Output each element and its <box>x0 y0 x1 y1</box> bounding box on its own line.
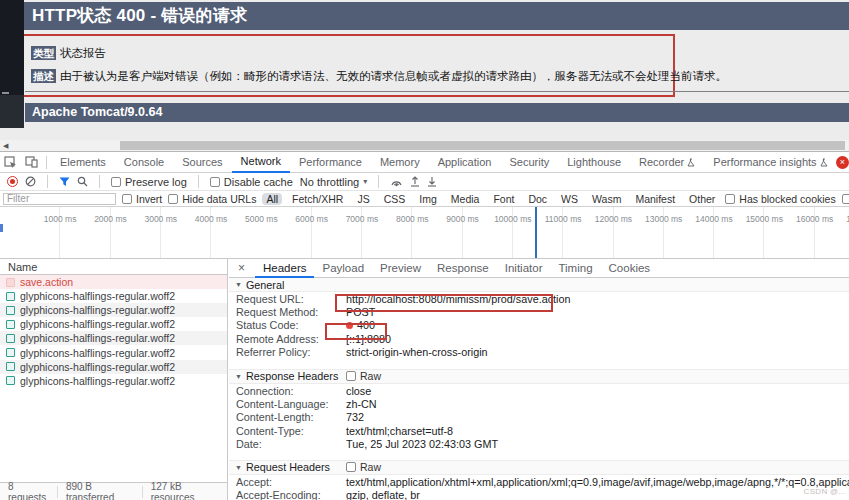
type-value: 状态报告 <box>60 47 106 59</box>
request-row-font[interactable]: glyphicons-halflings-regular.woff2 <box>0 331 227 345</box>
requests-panel: Name save.action glyphicons-halflings-re… <box>0 259 228 500</box>
blocked-requests-checkbox[interactable]: Blocked Requests <box>842 193 849 205</box>
tab-preview[interactable]: Preview <box>372 259 429 278</box>
section-response-headers[interactable]: ▼ Response Headers Raw <box>229 369 849 384</box>
network-overview-timeline[interactable]: 1000 ms 2000 ms 3000 ms 4000 ms 5000 ms … <box>0 207 849 259</box>
error-count-badge[interactable]: × <box>836 156 849 169</box>
timeline-tick: 2000 ms <box>85 207 135 258</box>
left-black-strip <box>0 0 24 128</box>
filter-type-js[interactable]: JS <box>353 193 373 205</box>
filter-type-css[interactable]: CSS <box>380 193 410 205</box>
request-row-font[interactable]: glyphicons-halflings-regular.woff2 <box>0 360 227 374</box>
requests-name-header[interactable]: Name <box>0 259 227 275</box>
tab-elements[interactable]: Elements <box>51 152 115 173</box>
filter-type-all[interactable]: All <box>262 193 282 205</box>
filter-type-ws[interactable]: WS <box>557 193 582 205</box>
tab-response[interactable]: Response <box>429 259 497 278</box>
transferred-size: 890 B transferred <box>58 481 142 500</box>
timeline-tick: 11000 ms <box>538 207 588 258</box>
timeline-tick: 12000 ms <box>588 207 638 258</box>
close-icon[interactable]: × <box>238 261 245 275</box>
preserve-log-checkbox[interactable]: Preserve log <box>111 176 187 188</box>
inspect-element-icon[interactable] <box>4 156 17 169</box>
filter-type-other[interactable]: Other <box>685 193 719 205</box>
scroll-left-icon[interactable]: ◀ <box>3 141 8 150</box>
font-file-icon <box>6 292 15 301</box>
header-row: Content-Type:text/html;charset=utf-8 <box>229 424 849 437</box>
tab-initiator[interactable]: Initiator <box>497 259 551 278</box>
filter-input[interactable] <box>3 193 116 205</box>
export-har-icon[interactable] <box>427 176 437 187</box>
raw-checkbox[interactable]: Raw <box>346 461 381 473</box>
tab-network[interactable]: Network <box>232 152 290 173</box>
timeline-tick: 6000 ms <box>286 207 336 258</box>
import-har-icon[interactable] <box>410 176 420 187</box>
tab-memory[interactable]: Memory <box>371 152 429 173</box>
experiment-flask-icon <box>820 158 828 167</box>
tab-headers[interactable]: Headers <box>255 259 314 278</box>
error-desc-line: 描述由于被认为是客户端对错误（例如：畸形的请求语法、无效的请求信息帧或者虚拟的请… <box>31 69 727 84</box>
header-row: Content-Language:zh-CN <box>229 397 849 410</box>
request-row-font[interactable]: glyphicons-halflings-regular.woff2 <box>0 289 227 303</box>
server-version: Apache Tomcat/9.0.64 <box>32 105 162 119</box>
filter-type-manifest[interactable]: Manifest <box>631 193 679 205</box>
filter-type-fetch-xhr[interactable]: Fetch/XHR <box>288 193 347 205</box>
filter-type-img[interactable]: Img <box>415 193 441 205</box>
font-file-icon <box>6 306 15 315</box>
tab-console[interactable]: Console <box>115 152 173 173</box>
filter-type-media[interactable]: Media <box>447 193 484 205</box>
timeline-tick: 8000 ms <box>387 207 437 258</box>
network-filter-bar: Invert Hide data URLs All Fetch/XHR JS C… <box>0 191 849 207</box>
search-icon[interactable] <box>77 176 88 187</box>
raw-checkbox[interactable]: Raw <box>346 370 381 382</box>
network-conditions-icon[interactable] <box>390 176 403 187</box>
tab-application[interactable]: Application <box>429 152 501 173</box>
request-row-font[interactable]: glyphicons-halflings-regular.woff2 <box>0 345 227 359</box>
filter-type-font[interactable]: Font <box>489 193 518 205</box>
tab-recorder[interactable]: Recorder <box>630 152 704 173</box>
throttling-select[interactable]: No throttling▾ <box>300 176 367 188</box>
header-row: Content-Length:732 <box>229 411 849 424</box>
status-error-dot <box>346 322 353 329</box>
request-row-font[interactable]: glyphicons-halflings-regular.woff2 <box>0 317 227 331</box>
scrollbar-thumb[interactable] <box>120 141 845 150</box>
tab-payload[interactable]: Payload <box>314 259 372 278</box>
request-row-save-action[interactable]: save.action <box>0 275 227 289</box>
record-button[interactable] <box>7 176 18 187</box>
filter-type-wasm[interactable]: Wasm <box>588 193 625 205</box>
tab-sources[interactable]: Sources <box>173 152 231 173</box>
timeline-request-bar <box>0 224 3 232</box>
tab-security[interactable]: Security <box>500 152 558 173</box>
request-row-font[interactable]: glyphicons-halflings-regular.woff2 <box>0 303 227 317</box>
device-toolbar-icon[interactable] <box>25 156 38 168</box>
type-badge: 类型 <box>31 46 56 60</box>
tab-performance-insights[interactable]: Performance insights <box>704 152 836 173</box>
request-row-font[interactable]: glyphicons-halflings-regular.woff2 <box>0 374 227 388</box>
filter-type-doc[interactable]: Doc <box>524 193 551 205</box>
requests-count: 8 requests <box>0 481 57 500</box>
clear-button[interactable] <box>25 176 36 187</box>
filter-toggle-icon[interactable] <box>59 177 70 187</box>
disable-cache-checkbox[interactable]: Disable cache <box>210 176 293 188</box>
tab-timing[interactable]: Timing <box>550 259 600 278</box>
timeline-tick: 1000 ms <box>35 207 85 258</box>
details-tab-bar: × Headers Payload Preview Response Initi… <box>229 259 849 278</box>
chevron-down-icon: ▾ <box>363 177 367 186</box>
timeline-tick: 4000 ms <box>186 207 236 258</box>
divider <box>99 175 100 188</box>
header-row: Status Code:400 <box>229 319 849 332</box>
section-request-headers[interactable]: ▼ Request Headers Raw <box>229 460 849 475</box>
error-page-title-bar: HTTP状态 400 - 错误的请求 <box>24 2 849 30</box>
experiment-flask-icon <box>687 158 695 167</box>
tab-performance[interactable]: Performance <box>290 152 371 173</box>
header-row: Accept-Encoding:gzip, deflate, br <box>229 488 849 500</box>
timeline-tick: 10000 ms <box>488 207 538 258</box>
section-general[interactable]: ▼ General <box>229 278 849 292</box>
tab-cookies[interactable]: Cookies <box>601 259 659 278</box>
divider <box>47 175 48 188</box>
hide-data-urls-checkbox[interactable]: Hide data URLs <box>168 193 256 205</box>
invert-checkbox[interactable]: Invert <box>122 193 162 205</box>
page-horizontal-scrollbar[interactable]: ◀ <box>0 140 849 151</box>
tab-lighthouse[interactable]: Lighthouse <box>558 152 630 173</box>
has-blocked-cookies-checkbox[interactable]: Has blocked cookies <box>725 193 835 205</box>
